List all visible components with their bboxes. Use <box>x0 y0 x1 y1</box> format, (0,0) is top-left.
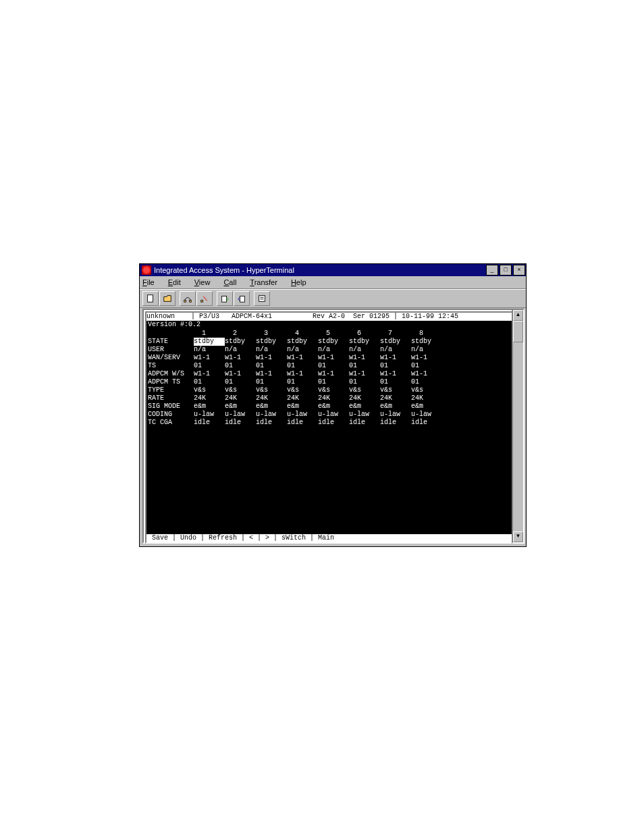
cell[interactable]: 24K <box>349 394 380 402</box>
cell[interactable]: v&s <box>318 386 349 394</box>
title-bar[interactable]: Integrated Access System - HyperTerminal… <box>140 264 526 276</box>
cell[interactable]: idle <box>349 419 380 427</box>
cell[interactable]: 01 <box>318 378 349 386</box>
cell[interactable]: 01 <box>194 362 225 370</box>
tb-properties-icon[interactable] <box>254 291 270 306</box>
cell[interactable]: 01 <box>256 378 287 386</box>
cell[interactable]: stdby <box>287 338 318 346</box>
cell[interactable]: 24K <box>256 394 287 402</box>
cell[interactable]: 01 <box>225 362 256 370</box>
cell[interactable]: e&m <box>318 402 349 411</box>
cell[interactable]: stdby <box>380 338 411 346</box>
cell[interactable]: stdby <box>225 338 256 346</box>
terminal-footer[interactable]: Save | Undo | Refresh | < | > | sWitch |… <box>146 534 512 542</box>
cell[interactable]: w1-1 <box>287 370 318 378</box>
cell[interactable]: w1-1 <box>194 354 225 362</box>
cell[interactable]: 24K <box>225 394 256 402</box>
cell[interactable]: u-law <box>380 411 411 419</box>
cell[interactable]: e&m <box>225 402 256 411</box>
cell[interactable]: 01 <box>194 378 225 386</box>
cell[interactable]: w1-1 <box>225 354 256 362</box>
cell[interactable]: 01 <box>380 362 411 370</box>
cell[interactable]: 01 <box>287 378 318 386</box>
cell[interactable]: idle <box>318 419 349 427</box>
cell[interactable]: w1-1 <box>225 370 256 378</box>
cell[interactable]: n/a <box>380 346 411 354</box>
tb-open-icon[interactable] <box>159 291 176 306</box>
cell[interactable]: v&s <box>256 386 287 394</box>
cell[interactable]: 01 <box>318 362 349 370</box>
cell[interactable]: 01 <box>349 362 380 370</box>
menu-view[interactable]: View <box>194 278 217 286</box>
cell[interactable]: w1-1 <box>349 354 380 362</box>
cell[interactable]: n/a <box>256 346 287 354</box>
cell[interactable]: v&s <box>380 386 411 394</box>
scroll-up-icon[interactable]: ▲ <box>513 310 523 321</box>
tb-receive-icon[interactable] <box>234 291 250 306</box>
cell[interactable]: idle <box>380 419 411 427</box>
cell[interactable]: stdby <box>318 338 349 346</box>
cell[interactable]: u-law <box>194 411 225 419</box>
cell[interactable]: 01 <box>287 362 318 370</box>
cell[interactable]: w1-1 <box>256 370 287 378</box>
cell[interactable]: w1-1 <box>349 370 380 378</box>
terminal[interactable]: unknown | P3/U3 ADPCM-64x1 Rev A2-0 Ser … <box>145 311 514 544</box>
cell[interactable]: 01 <box>411 378 442 386</box>
cell[interactable]: u-law <box>349 411 380 419</box>
cell[interactable]: v&s <box>225 386 256 394</box>
cell[interactable]: n/a <box>411 346 442 354</box>
cell[interactable]: idle <box>256 419 287 427</box>
cell[interactable]: w1-1 <box>256 354 287 362</box>
cell[interactable]: 01 <box>256 362 287 370</box>
cell[interactable]: w1-1 <box>380 354 411 362</box>
tb-disconnect-icon[interactable] <box>196 291 213 306</box>
cell[interactable]: v&s <box>287 386 318 394</box>
cell[interactable]: e&m <box>349 402 380 411</box>
cell[interactable]: v&s <box>349 386 380 394</box>
maximize-button[interactable]: □ <box>500 265 512 276</box>
cell[interactable]: e&m <box>256 402 287 411</box>
cell[interactable]: 01 <box>225 378 256 386</box>
cell[interactable]: 24K <box>411 394 442 402</box>
cell[interactable]: u-law <box>256 411 287 419</box>
cell[interactable]: u-law <box>225 411 256 419</box>
cell[interactable]: n/a <box>287 346 318 354</box>
cell[interactable]: e&m <box>194 402 225 411</box>
menu-edit[interactable]: Edit <box>168 278 188 286</box>
cell[interactable]: idle <box>287 419 318 427</box>
cell[interactable]: 24K <box>194 394 225 402</box>
cell[interactable]: stdby <box>349 338 380 346</box>
cell[interactable]: w1-1 <box>318 370 349 378</box>
cell[interactable]: stdby <box>411 338 442 346</box>
cell[interactable]: 24K <box>287 394 318 402</box>
close-button[interactable]: × <box>513 265 525 276</box>
cell[interactable]: w1-1 <box>318 354 349 362</box>
cell[interactable]: e&m <box>380 402 411 411</box>
cell[interactable]: stdby <box>256 338 287 346</box>
menu-call[interactable]: Call <box>223 278 243 286</box>
cell[interactable]: 24K <box>318 394 349 402</box>
cell[interactable]: u-law <box>411 411 442 419</box>
cell[interactable]: e&m <box>411 402 442 411</box>
cell[interactable]: w1-1 <box>411 354 442 362</box>
scroll-thumb[interactable] <box>513 321 523 342</box>
tb-new-icon[interactable] <box>142 291 159 306</box>
cell[interactable]: idle <box>194 419 225 427</box>
cell[interactable]: u-law <box>318 411 349 419</box>
cell[interactable]: w1-1 <box>287 354 318 362</box>
menu-help[interactable]: Help <box>291 278 313 286</box>
cell[interactable]: w1-1 <box>380 370 411 378</box>
cell[interactable]: 01 <box>349 378 380 386</box>
menu-transfer[interactable]: Transfer <box>250 278 284 286</box>
cell[interactable]: u-law <box>287 411 318 419</box>
cell[interactable]: 24K <box>380 394 411 402</box>
cell[interactable]: 01 <box>380 378 411 386</box>
cell[interactable]: n/a <box>225 346 256 354</box>
cell[interactable]: w1-1 <box>411 370 442 378</box>
cell[interactable]: n/a <box>194 346 225 354</box>
tb-connect-icon[interactable] <box>180 291 196 306</box>
menu-file[interactable]: File <box>142 278 161 286</box>
cell[interactable]: 01 <box>411 362 442 370</box>
cell[interactable]: idle <box>411 419 442 427</box>
cell[interactable]: v&s <box>411 386 442 394</box>
